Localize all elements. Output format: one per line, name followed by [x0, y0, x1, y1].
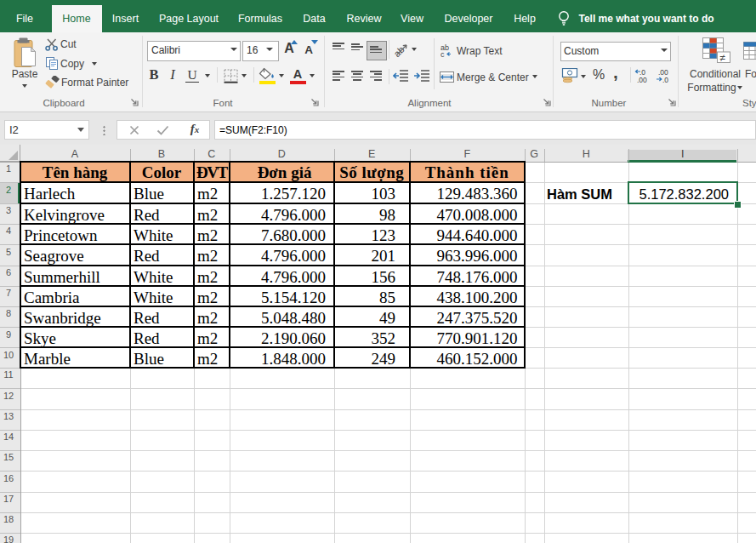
svg-text:≠: ≠ [720, 52, 726, 64]
svg-text:.00: .00 [637, 76, 647, 83]
svg-text:.0: .0 [662, 76, 668, 83]
svg-text:c: c [441, 50, 445, 57]
